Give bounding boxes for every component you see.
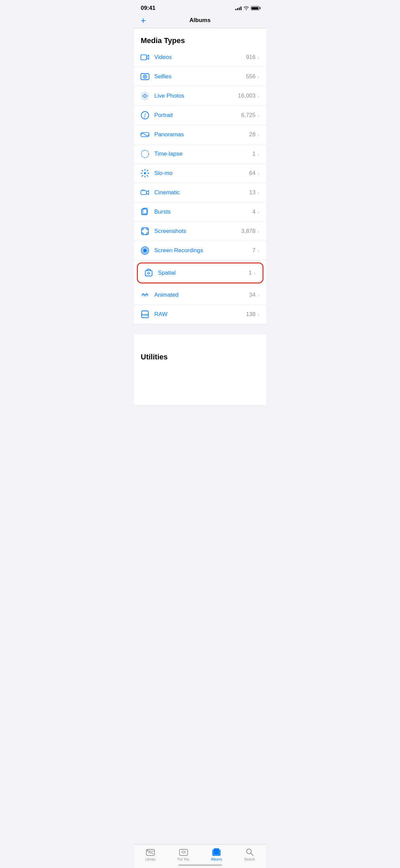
svg-point-3 xyxy=(144,76,146,77)
status-bar: 09:41 xyxy=(134,0,266,14)
list-item-slomo[interactable]: Slo-mo 64 › xyxy=(134,164,266,183)
svg-rect-0 xyxy=(141,55,146,60)
list-item-label-selfies: Selfies xyxy=(154,73,246,80)
list-item-count-live-photos: 16,003 xyxy=(238,93,256,99)
svg-rect-21 xyxy=(142,190,143,191)
utilities-section-header: Utilities xyxy=(134,344,266,364)
utilities-title: Utilities xyxy=(141,353,168,361)
list-item-animated[interactable]: Animated 34 › xyxy=(134,285,266,305)
list-item-count-raw: 138 xyxy=(246,311,255,318)
list-item-label-slomo: Slo-mo xyxy=(154,170,249,177)
svg-text:RAW: RAW xyxy=(142,313,148,316)
chevron-icon-live-photos: › xyxy=(258,93,259,99)
list-item-selfies[interactable]: Selfies 556 › xyxy=(134,67,266,86)
list-item-label-live-photos: Live Photos xyxy=(154,93,238,99)
status-time: 09:41 xyxy=(141,5,155,12)
list-item-count-videos: 916 xyxy=(246,54,255,61)
svg-point-4 xyxy=(144,95,146,97)
animated-icon xyxy=(140,290,150,300)
chevron-icon-spatial: › xyxy=(254,270,256,276)
page-title: Albums xyxy=(189,17,210,24)
media-types-section-header: Media Types xyxy=(134,28,266,48)
add-button[interactable]: + xyxy=(141,16,146,25)
section-divider xyxy=(134,324,266,334)
media-types-title: Media Types xyxy=(141,36,185,45)
list-item-timelapse[interactable]: Time-lapse 1 › xyxy=(134,144,266,164)
signal-bars-icon xyxy=(235,6,241,10)
list-item-label-screenshots: Screenshots xyxy=(154,228,241,235)
svg-line-18 xyxy=(142,175,143,176)
list-item-screen-recordings[interactable]: Screen Recordings 7 › xyxy=(134,241,266,260)
selfie-icon xyxy=(140,71,150,82)
main-content: Media Types Videos 916 › Selfies 556 › xyxy=(134,28,266,405)
chevron-icon-animated: › xyxy=(258,292,259,298)
chevron-icon-bursts: › xyxy=(258,209,259,215)
list-item-count-timelapse: 1 xyxy=(252,151,255,157)
list-item-count-slomo: 64 xyxy=(249,170,256,177)
list-item-count-selfies: 556 xyxy=(246,73,255,80)
list-item-label-bursts: Bursts xyxy=(154,209,253,215)
chevron-icon-portrait: › xyxy=(258,113,259,118)
list-item-label-animated: Animated xyxy=(154,292,249,298)
svg-rect-22 xyxy=(143,190,144,191)
svg-point-10 xyxy=(141,150,149,158)
list-item-label-raw: RAW xyxy=(154,311,246,318)
chevron-icon-screenshots: › xyxy=(258,229,259,234)
list-item-live-photos[interactable]: Live Photos 16,003 › xyxy=(134,86,266,106)
list-item-count-portrait: 6,725 xyxy=(241,112,256,119)
screenrecording-icon xyxy=(140,245,150,256)
chevron-icon-screen-recordings: › xyxy=(258,248,259,254)
svg-line-19 xyxy=(147,170,148,171)
svg-text:f: f xyxy=(144,113,146,118)
panorama-icon xyxy=(140,129,150,140)
svg-rect-30 xyxy=(145,271,152,276)
list-item-count-bursts: 4 xyxy=(252,209,255,215)
svg-rect-20 xyxy=(141,191,146,195)
battery-icon xyxy=(251,6,259,10)
video-icon xyxy=(140,52,150,63)
nav-bar: + Albums xyxy=(134,14,266,28)
list-item-count-animated: 34 xyxy=(249,292,256,298)
list-item-label-panoramas: Panoramas xyxy=(154,131,249,138)
list-item-bursts[interactable]: Bursts 4 › xyxy=(134,202,266,222)
svg-point-5 xyxy=(142,94,147,99)
list-item-count-screen-recordings: 7 xyxy=(252,247,255,254)
list-item-spatial[interactable]: Spatial 1 › xyxy=(137,262,264,283)
list-item-label-videos: Videos xyxy=(154,54,246,61)
wifi-icon xyxy=(244,6,249,10)
svg-line-16 xyxy=(142,170,143,171)
raw-icon: RAW xyxy=(140,309,150,320)
cinematic-icon xyxy=(140,187,150,198)
list-item-count-screenshots: 3,878 xyxy=(241,228,256,235)
list-item-label-spatial: Spatial xyxy=(158,270,249,276)
list-item-raw[interactable]: RAW RAW 138 › xyxy=(134,305,266,324)
list-item-label-cinematic: Cinematic xyxy=(154,189,249,196)
list-item-label-screen-recordings: Screen Recordings xyxy=(154,247,253,254)
list-item-cinematic[interactable]: Cinematic 13 › xyxy=(134,183,266,202)
chevron-icon-slomo: › xyxy=(258,171,259,176)
bottom-spacer xyxy=(134,364,266,405)
chevron-icon-panoramas: › xyxy=(258,132,259,138)
list-item-count-spatial: 1 xyxy=(249,270,252,276)
list-item-count-panoramas: 28 xyxy=(249,131,256,138)
chevron-icon-raw: › xyxy=(258,312,259,317)
list-item-panoramas[interactable]: Panoramas 28 › xyxy=(134,125,266,144)
livephoto-icon xyxy=(140,91,150,101)
svg-point-11 xyxy=(144,172,146,174)
slomo-icon xyxy=(140,168,150,179)
screenshot-icon xyxy=(140,226,150,237)
list-item-portrait[interactable]: f Portrait 6,725 › xyxy=(134,106,266,125)
list-item-screenshots[interactable]: Screenshots 3,878 › xyxy=(134,222,266,241)
svg-line-17 xyxy=(147,175,148,176)
spatial-icon xyxy=(143,268,154,278)
status-icons xyxy=(235,6,259,10)
chevron-icon-selfies: › xyxy=(258,74,259,80)
svg-rect-26 xyxy=(142,228,148,235)
list-item-videos[interactable]: Videos 916 › xyxy=(134,48,266,67)
svg-point-28 xyxy=(143,249,147,252)
portrait-icon: f xyxy=(140,110,150,121)
list-item-label-portrait: Portrait xyxy=(154,112,241,119)
chevron-icon-videos: › xyxy=(258,55,259,60)
chevron-icon-cinematic: › xyxy=(258,190,259,196)
chevron-icon-timelapse: › xyxy=(258,151,259,157)
